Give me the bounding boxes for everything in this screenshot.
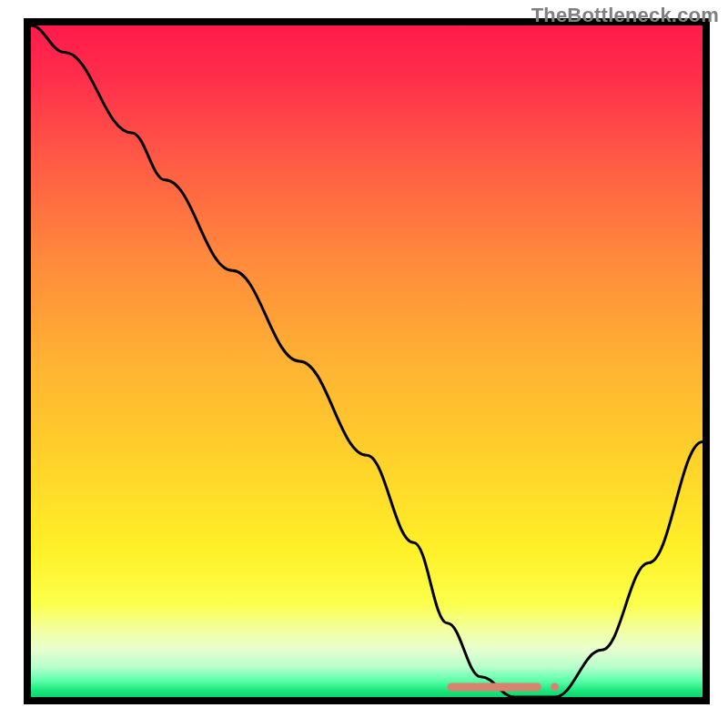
bottleneck-chart [0,0,728,728]
watermark-text: TheBottleneck.com [531,4,719,27]
optimal-range-marker [448,682,541,691]
plot-background [31,25,703,697]
optimal-range-marker-dot [551,682,559,691]
